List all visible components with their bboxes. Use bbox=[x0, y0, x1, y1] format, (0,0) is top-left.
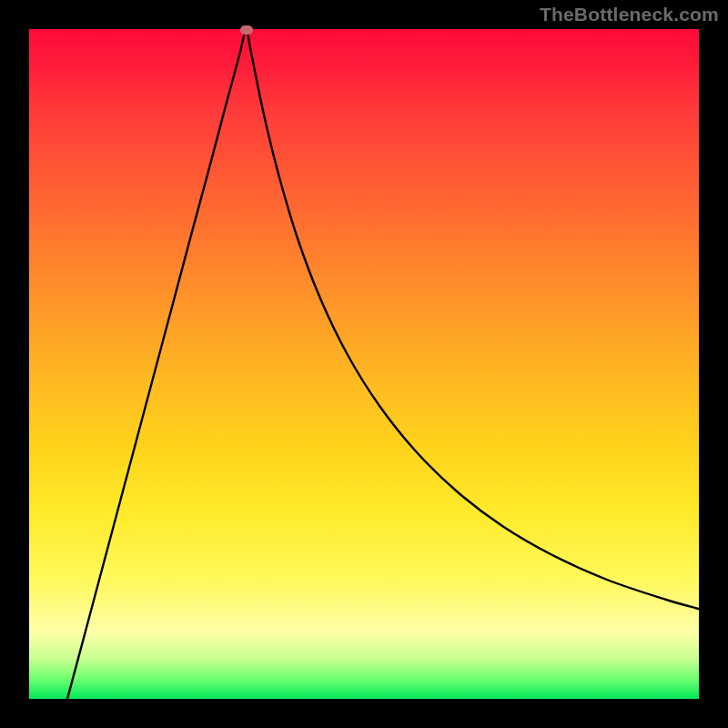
watermark-label: TheBottleneck.com bbox=[540, 4, 719, 25]
bottleneck-curve bbox=[67, 29, 699, 699]
chart-plot-area bbox=[29, 29, 699, 699]
curve-svg bbox=[29, 29, 699, 699]
minimum-marker-icon bbox=[240, 25, 253, 35]
chart-frame: TheBottleneck.com bbox=[0, 0, 728, 728]
